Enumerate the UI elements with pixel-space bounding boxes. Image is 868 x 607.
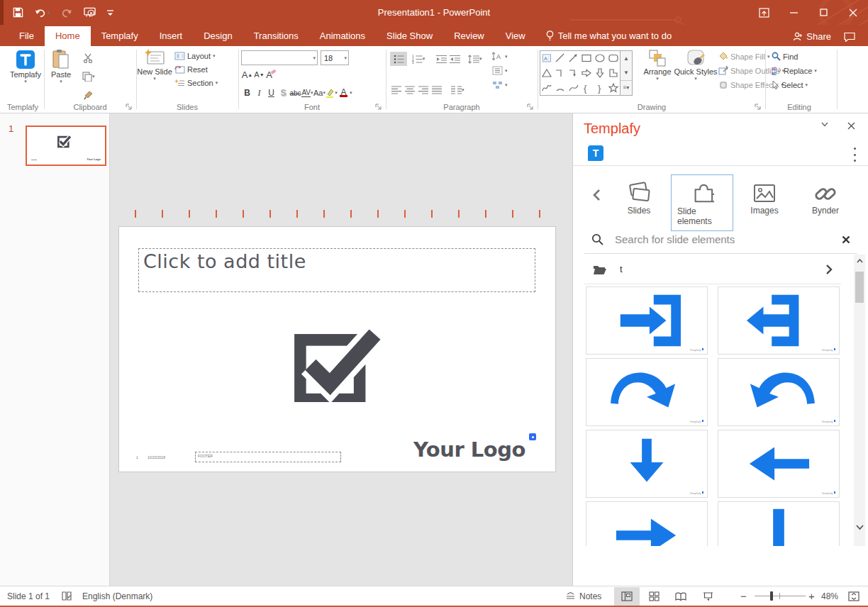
shapes-scroll-down[interactable]: ▼ [621, 65, 632, 79]
columns-button[interactable]: ▾ [451, 83, 464, 97]
zoom-slider-track[interactable] [755, 596, 806, 596]
format-painter-button[interactable] [82, 88, 95, 102]
minimize-button[interactable] [779, 0, 808, 25]
tab-slide-show[interactable]: Slide Show [376, 26, 443, 46]
close-button[interactable] [838, 0, 868, 25]
tab-home[interactable]: Home [45, 26, 91, 46]
zoom-in-button[interactable]: + [808, 586, 815, 606]
shape-down-arrow[interactable] [594, 66, 607, 81]
font-name-combo[interactable]: ▾ [241, 50, 318, 65]
footer-date[interactable]: 10/23/2018 [148, 455, 165, 460]
tab-review[interactable]: Review [443, 26, 495, 46]
text-highlight-button[interactable]: ▾ [326, 86, 338, 100]
element-tile-arrow-right[interactable]: Templafy [586, 501, 708, 546]
save-button[interactable] [13, 7, 23, 18]
search-input[interactable] [615, 233, 830, 245]
customize-qat-button[interactable] [107, 9, 113, 16]
footer-placeholder[interactable]: FOOTER [195, 452, 341, 462]
new-slide-button[interactable]: New Slide ▾ [139, 49, 170, 81]
shape-star[interactable] [606, 80, 620, 95]
increase-indent-button[interactable] [449, 52, 461, 66]
underline-button[interactable]: U [265, 86, 277, 100]
shape-rectangle[interactable] [580, 51, 594, 66]
convert-to-smartart-button[interactable]: ▾ [492, 80, 508, 89]
slide-show-view-button[interactable] [695, 587, 720, 606]
quick-styles-button[interactable]: Quick Styles ▾ [679, 49, 713, 81]
shapes-gallery-more[interactable]: ≡▾ [621, 80, 632, 95]
pane-tab-slide-elements[interactable]: Slide elements [671, 174, 733, 231]
pane-tabs-back-chevron[interactable] [593, 189, 601, 201]
slide-indicator[interactable]: Slide 1 of 1 [7, 586, 50, 606]
language-indicator[interactable]: English (Denmark) [82, 586, 152, 606]
undo-dropdown[interactable]: ▾ [48, 11, 50, 15]
element-tile-vertical-bar[interactable]: Templafy [718, 501, 840, 546]
shape-corner-shape[interactable] [606, 66, 620, 81]
fit-slide-to-window-button[interactable] [848, 586, 859, 606]
bold-button[interactable]: B [241, 86, 253, 100]
redo-button[interactable] [62, 8, 72, 18]
change-case-button[interactable]: Aa▾ [313, 86, 326, 100]
shape-right-arrow[interactable] [580, 66, 594, 81]
shape-text-box[interactable]: A [540, 51, 554, 66]
tab-animations[interactable]: Animations [309, 26, 376, 46]
element-tile-arrow-left[interactable]: Templafy [718, 430, 840, 498]
reset-button[interactable]: Reset [174, 65, 218, 74]
bullets-button[interactable] [390, 52, 407, 66]
slide-thumbnail-1[interactable]: Your Logo [26, 126, 106, 166]
strikethrough-button[interactable]: abc [289, 86, 301, 100]
tab-view[interactable]: View [495, 26, 536, 46]
pane-tab-slides[interactable]: Slides [618, 179, 660, 216]
shrink-font-button[interactable]: A▼ [253, 67, 265, 82]
shape-arc[interactable] [554, 80, 567, 95]
undo-button[interactable]: ▾ [35, 8, 50, 18]
tab-file[interactable]: File [9, 26, 45, 46]
tell-me-box[interactable]: Tell me what you want to do [536, 26, 681, 46]
align-left-button[interactable] [390, 83, 402, 97]
pane-tab-bynder[interactable]: Bynder [806, 179, 845, 216]
replace-button[interactable]: abac Replace▾ [772, 66, 817, 75]
align-right-button[interactable] [417, 83, 429, 97]
shape-line[interactable] [554, 51, 567, 66]
title-placeholder[interactable]: Click to add title [138, 248, 535, 292]
section-button[interactable]: Section▾ [174, 79, 218, 87]
character-spacing-button[interactable]: AV▾ [301, 86, 313, 100]
tab-templafy[interactable]: Templafy [91, 26, 149, 46]
text-shadow-button[interactable]: S [277, 86, 289, 100]
line-spacing-button[interactable]: ▾ [468, 52, 482, 66]
font-color-button[interactable]: A [338, 86, 350, 100]
zoom-slider-thumb[interactable] [770, 591, 773, 601]
scroll-up-arrow[interactable] [854, 255, 865, 267]
shape-right-brace[interactable]: } [594, 80, 607, 95]
text-direction-button[interactable]: A▾ [492, 52, 508, 61]
align-center-button[interactable] [404, 83, 416, 97]
ribbon-display-options-button[interactable] [749, 0, 779, 25]
notes-button[interactable]: Notes [566, 586, 601, 606]
reading-view-button[interactable] [668, 587, 694, 606]
find-button[interactable]: Find [772, 52, 817, 61]
normal-view-button[interactable] [614, 587, 640, 606]
shape-rounded-rectangle[interactable] [606, 51, 620, 66]
shape-scribble[interactable] [540, 80, 554, 95]
start-slideshow-button[interactable] [84, 7, 96, 18]
font-size-input[interactable] [324, 54, 344, 62]
tab-transitions[interactable]: Transitions [243, 26, 309, 46]
element-tile-arrow-exit-left[interactable]: Templafy [718, 286, 840, 355]
element-tile-arrow-down[interactable]: Templafy [586, 430, 708, 498]
element-tile-arrow-enter-right[interactable]: Templafy [586, 286, 708, 355]
element-tile-curved-arrow-counterclockwise[interactable]: Templafy [718, 358, 840, 426]
font-dialog-launcher[interactable] [374, 103, 382, 111]
numbering-button[interactable]: 123 ▾ [408, 52, 428, 66]
pane-close-button[interactable] [847, 122, 855, 130]
check-logo[interactable] [291, 323, 383, 402]
share-button[interactable]: Share [793, 31, 831, 42]
element-tile-curved-arrow-clockwise[interactable]: Templafy [586, 358, 708, 426]
your-logo-text[interactable]: Your Logo [413, 438, 525, 462]
clipboard-dialog-launcher[interactable] [125, 103, 133, 111]
decrease-indent-button[interactable] [435, 52, 447, 66]
clear-search-icon[interactable] [842, 235, 850, 244]
align-text-button[interactable]: ▾ [492, 66, 508, 75]
folder-row[interactable]: t [584, 255, 841, 284]
paste-button[interactable]: Paste ▾ [51, 49, 71, 84]
italic-button[interactable]: I [253, 86, 265, 100]
shape-elbow-connector[interactable] [554, 66, 567, 81]
